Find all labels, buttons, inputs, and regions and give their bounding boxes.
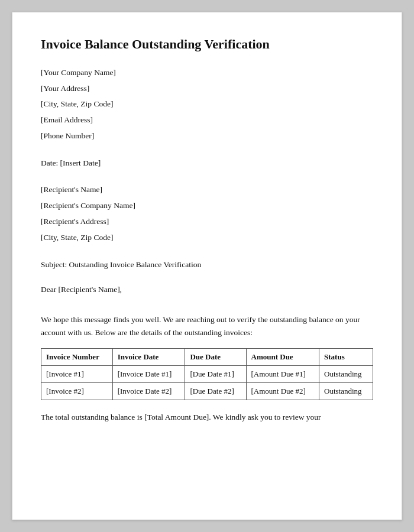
table-header-row: Invoice Number Invoice Date Due Date Amo… xyxy=(41,349,373,366)
sender-city-state-zip: [City, State, Zip Code] xyxy=(41,98,373,111)
table-row: [Invoice #2][Invoice Date #2][Due Date #… xyxy=(41,383,373,400)
date-line: Date: [Insert Date] xyxy=(41,158,373,168)
invoice-number-cell: [Invoice #1] xyxy=(41,366,113,383)
sender-company: [Your Company Name] xyxy=(41,66,373,80)
col-header-invoice-number: Invoice Number xyxy=(41,349,113,366)
invoice-date-cell: [Invoice Date #1] xyxy=(112,366,185,383)
subject-line: Subject: Outstanding Invoice Balance Ver… xyxy=(41,260,373,270)
sender-email: [Email Address] xyxy=(41,113,373,127)
invoice-number-cell: [Invoice #2] xyxy=(41,383,113,400)
body-intro: We hope this message finds you well. We … xyxy=(41,313,373,339)
due-date-cell: [Due Date #2] xyxy=(185,383,246,400)
status-cell: Outstanding xyxy=(319,366,373,383)
recipient-company: [Recipient's Company Name] xyxy=(41,199,373,213)
recipient-name: [Recipient's Name] xyxy=(41,183,373,197)
col-header-amount-due: Amount Due xyxy=(246,349,319,366)
salutation: Dear [Recipient's Name], xyxy=(41,285,373,294)
recipient-address: [Recipient's Address] xyxy=(41,215,373,229)
amount-due-cell: [Amount Due #1] xyxy=(246,366,319,383)
sender-phone: [Phone Number] xyxy=(41,129,373,143)
recipient-city-state-zip: [City, State, Zip Code] xyxy=(41,231,373,245)
document-container: Invoice Balance Outstanding Verification… xyxy=(12,12,402,520)
table-row: [Invoice #1][Invoice Date #1][Due Date #… xyxy=(41,366,373,383)
col-header-status: Status xyxy=(319,349,373,366)
document-title: Invoice Balance Outstanding Verification xyxy=(41,36,373,53)
footer-text: The total outstanding balance is [Total … xyxy=(41,411,373,424)
col-header-due-date: Due Date xyxy=(185,349,246,366)
sender-address: [Your Address] xyxy=(41,82,373,96)
invoice-table: Invoice Number Invoice Date Due Date Amo… xyxy=(41,348,373,400)
amount-due-cell: [Amount Due #2] xyxy=(246,383,319,400)
due-date-cell: [Due Date #1] xyxy=(185,366,246,383)
status-cell: Outstanding xyxy=(319,383,373,400)
col-header-invoice-date: Invoice Date xyxy=(112,349,185,366)
invoice-date-cell: [Invoice Date #2] xyxy=(112,383,185,400)
